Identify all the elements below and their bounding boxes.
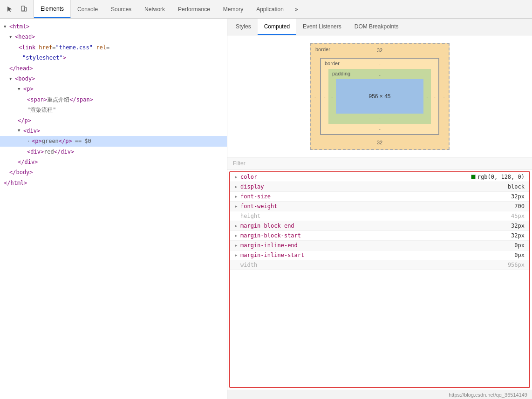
css-prop-font-weight[interactable]: ▶ font-weight 700 [230, 202, 529, 211]
css-prop-display[interactable]: ▶ display block [230, 182, 529, 192]
prop-expand-mbe[interactable]: ▶ [235, 223, 239, 228]
triangle-div[interactable]: ▼ [18, 127, 22, 134]
margin-left-value: - [314, 94, 316, 99]
prop-expand-display[interactable]: ▶ [235, 184, 239, 189]
dom-line[interactable]: ▼ <head> [0, 32, 227, 42]
prop-name-mbe: margin-block-end [240, 223, 511, 229]
tab-more[interactable]: » [290, 0, 303, 18]
svg-rect-1 [25, 7, 27, 11]
css-prop-height[interactable]: ▶ height 45px [230, 211, 529, 221]
box-model-margin: border 32 32 - - border - - - - padd [310, 43, 450, 150]
prop-value-height: 45px [511, 213, 525, 219]
prop-expand-color[interactable]: ▶ [235, 175, 239, 179]
dom-line[interactable]: ▼ <p> [0, 84, 227, 94]
tab-memory[interactable]: Memory [217, 0, 250, 18]
triangle-head[interactable]: ▼ [9, 34, 14, 41]
prop-value-font-weight: 700 [514, 203, 525, 210]
margin-label: border [315, 47, 330, 52]
dom-line[interactable]: "渲染流程" [0, 105, 227, 115]
padding-right-value: - [426, 94, 428, 99]
triangle-p[interactable]: ▼ [18, 86, 22, 93]
css-prop-width[interactable]: ▶ width 956px [230, 260, 529, 270]
css-prop-margin-block-start[interactable]: ▶ margin-block-start 32px [230, 231, 529, 241]
prop-expand-mis[interactable]: ▶ [235, 253, 239, 257]
prop-expand-mbs[interactable]: ▶ [235, 233, 239, 238]
dom-line[interactable]: </html> [0, 178, 227, 188]
css-properties-list: ▶ color rgb(0, 128, 0) ▶ display block ▶ [229, 171, 530, 388]
prop-value-mis: 0px [514, 252, 525, 258]
padding-top-value: - [379, 72, 381, 77]
toolbar-icons [0, 0, 34, 18]
prop-expand-font-weight[interactable]: ▶ [235, 204, 239, 209]
dom-line[interactable]: </p> [0, 115, 227, 126]
prop-name-height: height [240, 213, 511, 219]
sub-tab-computed[interactable]: Computed [258, 19, 296, 35]
sub-tabs: Styles Computed Event Listeners DOM Brea… [227, 19, 532, 35]
dom-line[interactable]: <link href="theme.css" rel= [0, 42, 227, 53]
triangle-body[interactable]: ▼ [9, 75, 14, 82]
box-model-padding: padding - - - - 956 × 45 [328, 69, 431, 124]
css-prop-margin-inline-start[interactable]: ▶ margin-inline-start 0px [230, 250, 529, 260]
prop-value-mie: 0px [514, 242, 525, 249]
dom-line[interactable]: </body> [0, 167, 227, 177]
css-prop-font-size[interactable]: ▶ font-size 32px [230, 192, 529, 202]
prop-value-font-size: 32px [511, 193, 525, 200]
dom-panel: ▼ <html> ▼ <head> <link href="theme.css"… [0, 19, 227, 399]
sub-tab-dom-breakpoints[interactable]: DOM Breakpoints [348, 19, 405, 35]
prop-expand-mie[interactable]: ▶ [235, 243, 239, 248]
dom-line[interactable]: ▼ <html> [0, 21, 227, 32]
box-model-area: border 32 32 - - border - - - - padd [227, 35, 532, 158]
dom-line[interactable]: ▼ <div> [0, 126, 227, 136]
padding-bottom-value: - [379, 115, 381, 121]
dom-line[interactable]: <div>red</div> [0, 147, 227, 157]
prop-name-display: display [240, 183, 508, 190]
prop-name-mis: margin-inline-start [240, 252, 514, 258]
triangle-html[interactable]: ▼ [4, 23, 8, 30]
dom-line[interactable]: </div> [0, 157, 227, 167]
tab-console[interactable]: Console [71, 0, 104, 18]
dom-line[interactable]: </head> [0, 63, 227, 74]
dom-line[interactable]: ▼ <body> [0, 74, 227, 84]
prop-value-mbe: 32px [511, 223, 525, 229]
prop-value-mbs: 32px [511, 232, 525, 239]
cursor-icon[interactable] [4, 3, 16, 15]
prop-expand-width: ▶ [235, 263, 239, 267]
css-prop-margin-block-end[interactable]: ▶ margin-block-end 32px [230, 221, 529, 231]
status-bar: https://blog.csdn.net/qq_36514149 [227, 390, 532, 399]
prop-value-display: block [508, 183, 525, 190]
margin-right-value: - [443, 94, 445, 99]
prop-name-mie: margin-inline-end [240, 242, 514, 249]
tab-sources[interactable]: Sources [104, 0, 138, 18]
dom-line-selected[interactable]: · <p>green</p> == $0 [0, 136, 227, 146]
padding-left-value: - [331, 94, 333, 99]
margin-bottom-value: 32 [377, 140, 382, 145]
css-prop-margin-inline-end[interactable]: ▶ margin-inline-end 0px [230, 241, 529, 250]
prop-expand-height: ▶ [235, 214, 239, 218]
prop-value-width: 956px [508, 262, 525, 268]
border-label: border [325, 61, 340, 66]
css-prop-color[interactable]: ▶ color rgb(0, 128, 0) [230, 172, 529, 182]
tab-elements[interactable]: Elements [34, 0, 71, 18]
prop-value-color: rgb(0, 128, 0) [471, 174, 525, 180]
color-swatch-green [471, 175, 476, 179]
right-panel: Styles Computed Event Listeners DOM Brea… [227, 19, 532, 399]
dom-line[interactable]: <span>重点介绍</span> [0, 95, 227, 105]
prop-name-font-weight: font-weight [240, 203, 514, 210]
device-icon[interactable] [18, 3, 30, 15]
prop-name-mbs: margin-block-start [240, 232, 511, 239]
prop-expand-font-size[interactable]: ▶ [235, 194, 239, 199]
tab-performance[interactable]: Performance [171, 0, 217, 18]
padding-label: padding [332, 71, 350, 76]
tab-application[interactable]: Application [250, 0, 290, 18]
box-model-border: border - - - - padding - - - - [320, 58, 439, 135]
border-top-value: - [379, 61, 381, 67]
sub-tab-event-listeners[interactable]: Event Listeners [296, 19, 348, 35]
prop-name-color: color [240, 174, 471, 180]
filter-area[interactable]: Filter [227, 158, 532, 169]
dom-line[interactable]: "stylesheet"> [0, 53, 227, 63]
box-model-content: 956 × 45 [336, 79, 423, 114]
border-bottom-value: - [379, 126, 381, 131]
sub-tab-styles[interactable]: Styles [229, 19, 258, 35]
tab-network[interactable]: Network [138, 0, 171, 18]
prop-name-font-size: font-size [240, 193, 511, 200]
